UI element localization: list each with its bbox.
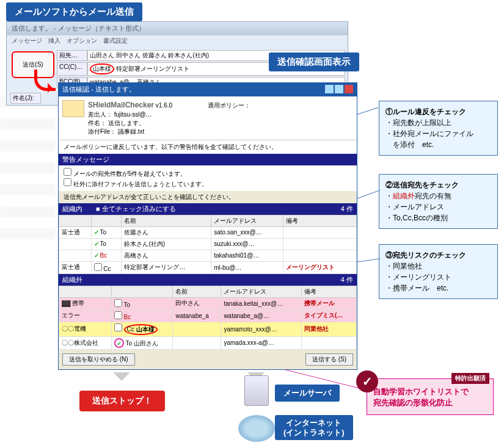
window-title: 送信します。 - メッセージ（テキスト形式） xyxy=(7,22,348,35)
banner-confirm: 送信確認画面表示 xyxy=(269,52,359,71)
warning-header: 警告メッセージ xyxy=(59,154,357,165)
section-external: 組織外4 件 xyxy=(59,274,357,286)
server-icon xyxy=(244,375,269,406)
internet-label: インターネット(イントラネット) xyxy=(275,415,353,440)
menu-bar[interactable]: メッセージ 挿入 オプション 書式設定 xyxy=(7,35,348,46)
product-name: SHieldMailChecker xyxy=(88,101,154,109)
table-row: ▓▓ 携帯 To田中さんtanaka.keitai_xxx@…携帯メール xyxy=(59,297,357,309)
policy-note: メールポリシーに違反しています。以下の警告情報を全て確認してください。 xyxy=(59,140,357,154)
warn-check-2[interactable]: 社外に添付ファイルを送信しようとしています。 xyxy=(64,178,352,189)
table-row: エラー Bcwatanabe_awatanabe_a@…タイプミス(… xyxy=(59,309,357,322)
arrow-icon xyxy=(34,70,59,100)
callout-1: ①ルール違反をチェック ・宛先数が上限以上・社外宛メールにファイル を添付 et… xyxy=(379,101,498,156)
table-row: 富士通 Cc特定部署メーリング…ml-bu@…メーリングリスト xyxy=(59,261,357,273)
window-controls[interactable] xyxy=(324,85,353,95)
background-blur xyxy=(0,85,55,244)
section-internal: 組織内 ■ 全てチェック済みにする4 件 xyxy=(59,203,357,215)
close-icon xyxy=(345,85,353,93)
callout-2: ②送信宛先をチェック ・組織外宛先の有無 ・メールアドレス・To,Cc,Bccの… xyxy=(379,174,498,229)
cc-highlight: 山本様 xyxy=(90,63,114,74)
mailserver-label: メールサーバ xyxy=(275,385,340,402)
internal-table: 名前メールアドレス備考 富士通To佐藤さんsato.san_xxx@… To鈴木… xyxy=(59,215,357,274)
internet-icon xyxy=(238,415,275,442)
table-row: Bc高橋さんtakahashi01@… xyxy=(59,250,357,261)
feature-box: ✓ 特許出願済 自動学習ホワイトリストで 宛先確認の形骸化防止 xyxy=(367,378,494,415)
checked-circle-icon: ✓ xyxy=(114,338,124,348)
maximize-icon xyxy=(335,85,343,93)
minimize-icon xyxy=(325,85,334,93)
dialog-titlebar: 送信確認 - 送信します。 xyxy=(59,83,357,96)
cancel-send-button[interactable]: 送信を取りやめる (N) xyxy=(62,353,135,366)
table-row: To鈴木さん(社内)suzuki.xxx@… xyxy=(59,238,357,250)
callout-3: ③宛先リスクのチェック ・同業他社・メーリングリスト・携帯メール etc. xyxy=(379,244,498,299)
external-table: 名前メールアドレス備考 ▓▓ 携帯 To田中さんtanaka.keitai_xx… xyxy=(59,286,357,350)
chevron-down-icon xyxy=(113,372,130,383)
patent-badge: 特許出願済 xyxy=(451,373,489,384)
cc-label[interactable]: CC(C)… xyxy=(57,62,87,76)
table-row: 〇〇株式会社✓ To 山田さんyamada.xxx-a@… xyxy=(59,336,357,349)
shield-icon xyxy=(62,100,84,117)
banner-top: メールソフトからメール送信 xyxy=(6,2,142,21)
to-label[interactable]: 宛先… xyxy=(57,50,87,61)
warn-check-1[interactable]: メールの宛先件数が5件を超えています。 xyxy=(64,168,352,178)
check-badge-icon: ✓ xyxy=(356,370,378,392)
addr-note: 送信先メールアドレスが全て正しいことを確認してください。 xyxy=(59,191,357,203)
stop-label: 送信ストップ！ xyxy=(79,391,165,411)
dialog-title: 送信確認 - 送信します。 xyxy=(62,85,136,95)
checker-dialog: 送信確認 - 送信します。 SHieldMailChecker v1.6.0 適… xyxy=(58,82,357,370)
table-row: 富士通To佐藤さんsato.san_xxx@… xyxy=(59,226,357,238)
confirm-send-button[interactable]: 送信する (S) xyxy=(305,353,353,366)
table-row: 〇〇電機 Cc 山本様yamamoto_xxx@…同業他社 xyxy=(59,322,357,336)
